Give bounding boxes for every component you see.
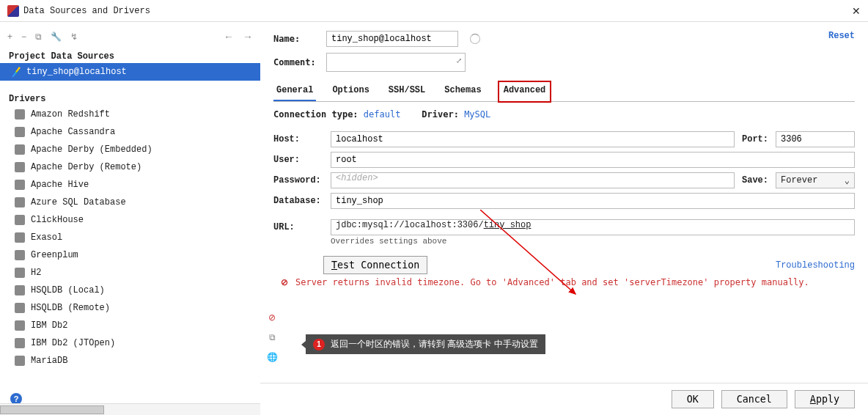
tab-bar: GeneralOptionsSSH/SSLSchemasAdvanced [273,81,855,102]
troubleshooting-link[interactable]: Troubleshooting [776,260,855,271]
datasource-icon [10,67,21,77]
left-toolbar: + − ⧉ 🔧 ↯ ← → [0,25,260,48]
tab-advanced[interactable]: Advanced [498,81,552,103]
driver-label: IBM Db2 [31,320,67,331]
driver-item[interactable]: Apache Derby (Embedded) [0,141,260,158]
badge-1: 1 [313,339,325,350]
app-icon [7,5,19,17]
close-icon[interactable]: ✕ [852,5,861,17]
driver-label: IBM Db2 (JTOpen) [31,338,115,348]
save-label: Save: [742,175,768,186]
driver-label: HSQLDB (Remote) [31,303,110,313]
host-label: Host: [273,134,323,144]
tab-ssh-ssl[interactable]: SSH/SSL [386,81,428,101]
chevron-down-icon: ⌄ [845,175,850,186]
section-drivers: Drivers [0,91,260,106]
copy-icon[interactable]: ⧉ [266,331,278,343]
driver-item[interactable]: HSQLDB (Remote) [0,299,260,317]
driver-icon [15,215,25,225]
connection-type-link[interactable]: default [364,109,401,120]
expand-icon[interactable]: ⤢ [456,56,462,65]
driver-label: Apache Hive [31,180,89,190]
remove-icon[interactable]: − [21,32,26,42]
driver-item[interactable]: Azure SQL Database [0,194,260,211]
url-label: URL: [273,222,323,232]
copy-icon[interactable]: ⧉ [35,32,42,42]
driver-icon [15,303,25,313]
driver-item[interactable]: Greenplum [0,246,260,264]
driver-item[interactable]: IBM Db2 (JTOpen) [0,334,260,352]
host-input[interactable] [331,131,735,147]
data-source-item[interactable]: tiny_shop@localhost [0,63,260,81]
revert-icon[interactable]: ↯ [70,32,78,42]
password-input[interactable]: <hidden> [331,172,735,188]
horizontal-scrollbar[interactable] [0,403,260,415]
save-select[interactable]: Forever⌄ [776,172,855,188]
tab-general[interactable]: General [273,81,316,101]
driver-icon [15,285,25,295]
user-input[interactable] [331,152,855,168]
port-input[interactable] [776,131,855,147]
driver-label: ClickHouse [31,215,84,225]
driver-item[interactable]: Amazon Redshift [0,106,260,123]
url-input[interactable]: jdbc:mysql://localhost:3306/tiny_shop [331,219,855,235]
driver-icon [15,162,25,172]
driver-item[interactable]: Apache Derby (Remote) [0,158,260,176]
ok-button[interactable]: OK [672,390,714,408]
driver-label: Apache Derby (Embedded) [31,144,152,155]
comment-label: Comment: [273,57,319,67]
section-data-sources: Project Data Sources [0,48,260,63]
driver-item[interactable]: H2 [0,264,260,282]
driver-item[interactable]: IBM Db2 [0,317,260,334]
driver-label: MariaDB [31,356,67,366]
tooltip-text: 返回一个时区的错误，请转到 高级选项卡 中手动设置 [331,338,538,350]
data-source-label: tiny_shop@localhost [26,67,127,77]
cancel-button[interactable]: Cancel [721,390,787,408]
driver-icon [15,197,25,208]
driver-label: Greenplum [31,250,78,260]
test-connection-button[interactable]: Test Connection [323,256,427,274]
dialog-footer: OK Cancel Apply [260,383,868,415]
globe-icon[interactable]: 🌐 [266,351,278,363]
driver-label: Apache Cassandra [31,127,115,137]
loading-icon [470,34,480,44]
database-label: Database: [273,196,323,206]
driver-item[interactable]: Apache Cassandra [0,123,260,141]
back-icon[interactable]: ← [224,31,234,43]
name-input[interactable] [326,31,458,47]
connection-info: Connection type: default Driver: MySQL [273,106,855,127]
driver-icon [15,232,25,243]
settings-icon[interactable]: 🔧 [51,32,62,42]
name-label: Name: [273,34,319,44]
apply-button[interactable]: Apply [795,390,855,408]
right-pane: Reset Name: Comment: ⤢ GeneralOptionsSSH… [260,22,868,415]
driver-icon [15,320,25,331]
tab-options[interactable]: Options [329,81,372,101]
driver-label: Amazon Redshift [31,109,110,120]
forward-icon[interactable]: → [243,31,253,43]
reset-link[interactable]: Reset [828,31,855,41]
error-icon: ⊘ [281,277,288,287]
driver-label: H2 [31,268,41,278]
comment-input[interactable]: ⤢ [326,53,466,72]
tab-schemas[interactable]: Schemas [441,81,484,101]
user-label: User: [273,155,323,165]
left-pane: + − ⧉ 🔧 ↯ ← → Project Data Sources tiny_… [0,22,260,415]
database-input[interactable] [331,193,855,209]
driver-icon [15,144,25,155]
error-text: Server returns invalid timezone. Go to '… [295,277,809,287]
driver-icon [15,180,25,190]
driver-item[interactable]: Apache Hive [0,176,260,194]
driver-item[interactable]: Exasol [0,229,260,246]
title-bar: Data Sources and Drivers ✕ [0,0,868,22]
driver-icon [15,268,25,278]
driver-item[interactable]: HSQLDB (Local) [0,282,260,299]
driver-item[interactable]: MariaDB [0,352,260,370]
driver-link[interactable]: MySQL [464,109,490,120]
driver-label: HSQLDB (Local) [31,285,105,295]
add-icon[interactable]: + [7,32,12,42]
driver-label: Exasol [31,232,62,243]
url-note: Overrides settings above [273,237,855,246]
driver-item[interactable]: ClickHouse [0,211,260,229]
password-label: Password: [273,175,323,186]
